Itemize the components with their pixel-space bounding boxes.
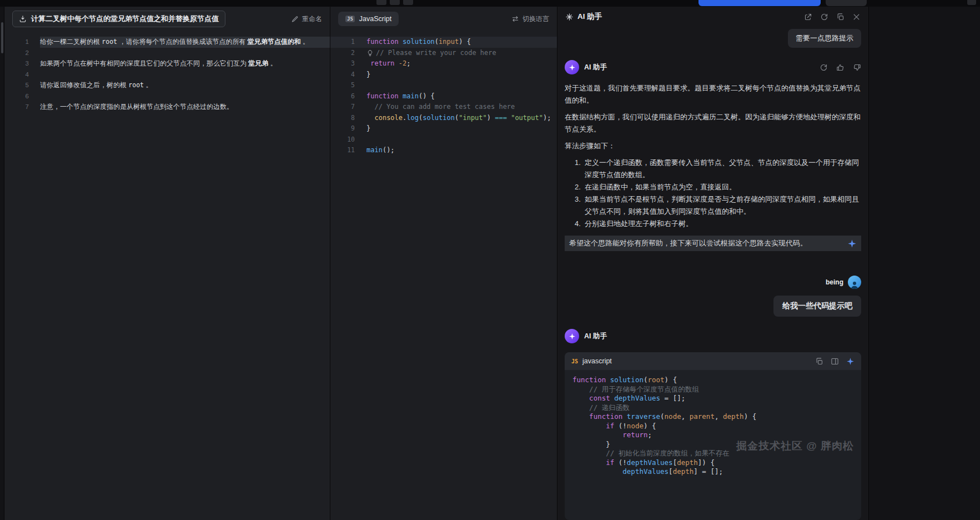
feedback-copy-icon[interactable] — [836, 13, 845, 21]
code-token: function — [572, 376, 610, 384]
tab-javascript[interactable]: JS JavaScript — [338, 12, 399, 26]
code-token: if — [606, 458, 614, 467]
editor-line[interactable]: 3 return -2; — [330, 58, 557, 69]
topbar-button-3[interactable] — [403, 0, 413, 5]
step-item: 1.定义一个递归函数，函数需要传入当前节点、父节点、节点的深度以及一个用于存储同… — [575, 157, 861, 181]
import-icon — [19, 15, 27, 23]
rename-button[interactable]: 重命名 — [291, 14, 322, 24]
editor-line[interactable]: 10 — [330, 134, 557, 146]
code-token: main — [403, 91, 419, 102]
code-token — [572, 385, 589, 393]
code-editor[interactable]: 1function solution(input) {2// Please wr… — [330, 31, 557, 162]
editor-line[interactable]: 7 // You can add more test cases here — [330, 102, 557, 113]
ai-message-header: AI 助手 — [565, 60, 861, 74]
code-block-line: } — [572, 440, 853, 449]
code-token: (! — [614, 458, 627, 467]
problem-line-text — [40, 48, 330, 59]
problem-line: 6 — [4, 91, 330, 102]
magic-apply-icon[interactable] — [846, 357, 855, 366]
close-icon[interactable] — [852, 13, 861, 21]
problem-line: 4 — [4, 69, 330, 81]
code-token: function — [589, 412, 627, 421]
right-empty-area — [868, 7, 980, 520]
topbar-button-2[interactable] — [390, 0, 400, 5]
editor-line[interactable]: 8 console.log(solution("input") === "out… — [330, 113, 557, 124]
code-token: // 递归函数 — [589, 403, 630, 412]
history-icon[interactable] — [820, 13, 828, 21]
tab-label: JavaScript — [359, 15, 391, 23]
lightbulb-icon[interactable] — [366, 49, 374, 57]
topbar-button-1[interactable] — [376, 0, 386, 5]
editor-line[interactable]: 9} — [330, 123, 557, 134]
user-avatar[interactable] — [848, 276, 861, 289]
thumbs-up-icon[interactable] — [836, 63, 845, 72]
step-number: 2. — [575, 181, 585, 193]
line-number: 2 — [330, 48, 355, 59]
editor-line-code: return -2; — [366, 58, 557, 69]
text-segment: 注意，一个节点的深度指的是从树根节点到这个节点经过的边数。 — [40, 103, 233, 111]
code-token: (); — [383, 145, 395, 156]
code-token: = []; — [660, 394, 685, 402]
step-number: 4. — [575, 218, 585, 230]
editor-line-code — [366, 134, 557, 146]
js-icon: JS — [571, 358, 578, 364]
text-segment: 给你一棵二叉树的根 — [40, 38, 102, 46]
code-token: traverse — [627, 412, 660, 421]
thumbs-down-icon[interactable] — [853, 63, 861, 72]
code-token: return — [370, 58, 394, 69]
code-token: ) { — [744, 412, 757, 421]
run-button[interactable] — [698, 0, 821, 6]
code-token: "input" — [459, 113, 487, 124]
code-token: const — [589, 394, 614, 402]
topbar-corner-button[interactable] — [967, 0, 976, 5]
code-token: -2 — [399, 58, 406, 69]
code-token: ( — [435, 37, 439, 48]
code-token: input — [439, 37, 459, 48]
code-token: . — [403, 113, 406, 124]
problem-line: 2 — [4, 48, 330, 59]
code-token: } — [366, 123, 370, 134]
step-number: 1. — [575, 157, 585, 181]
editor-line[interactable]: 6function main() { — [330, 91, 557, 102]
scrollbar-thumb[interactable] — [1, 22, 3, 53]
editor-line[interactable]: 5 — [330, 80, 557, 91]
editor-line[interactable]: 11main(); — [330, 145, 557, 156]
code-token: [ — [669, 467, 673, 476]
code-token — [366, 113, 374, 124]
ai-message-header: AI 助手 — [565, 329, 861, 343]
js-icon: JS — [345, 16, 355, 22]
code-token: depthValues — [614, 394, 660, 402]
code-token: ) { — [665, 376, 677, 384]
topbar-pill-button[interactable] — [826, 0, 867, 6]
closing-text: 希望这个思路能对你有所帮助，接下来可以尝试根据这个思路去实现代码。 — [569, 238, 807, 248]
problem-line: 3如果两个节点在树中有相同的深度且它们的父节点不同，那么它们互为 堂兄弟 。 — [4, 58, 330, 69]
text-segment: ，请你将每个节点的值替换成该节点的所有 — [117, 38, 248, 46]
code-token: solution — [403, 37, 435, 48]
line-number: 9 — [330, 123, 355, 134]
code-block-line: // 递归函数 — [572, 403, 853, 413]
step-item: 3.如果当前节点不是根节点，判断其深度是否与之前存储的同深度节点相同，如果相同且… — [575, 193, 861, 218]
insert-code-icon[interactable] — [831, 357, 839, 366]
code-token — [366, 58, 370, 69]
step-item: 2.在递归函数中，如果当前节点为空，直接返回。 — [575, 181, 861, 193]
editor-line[interactable]: 2// Please write your code here — [330, 48, 557, 59]
code-token — [572, 403, 589, 412]
closing-hint-row[interactable]: 希望这个思路能对你有所帮助，接下来可以尝试根据这个思路去实现代码。 — [565, 236, 861, 251]
copy-code-icon[interactable] — [815, 357, 823, 366]
code-token: ) { — [459, 37, 471, 48]
editor-line[interactable]: 4} — [330, 69, 557, 81]
line-number: 7 — [4, 102, 29, 113]
regenerate-icon[interactable] — [820, 63, 828, 72]
step-number: 3. — [575, 193, 585, 218]
editor-line-code: // Please write your code here — [366, 48, 557, 59]
line-number: 4 — [330, 69, 355, 81]
left-scrollbar[interactable] — [0, 7, 4, 520]
export-icon[interactable] — [804, 13, 812, 21]
code-block-body[interactable]: function solution(root) { // 用于存储每个深度节点值… — [565, 370, 861, 520]
problem-title-box[interactable]: 计算二叉树中每个节点的堂兄弟节点值之和并替换原节点值 — [12, 11, 225, 27]
editor-line[interactable]: 1function solution(input) { — [330, 37, 557, 48]
code-block-line: return; — [572, 431, 853, 440]
magic-insert-icon[interactable] — [847, 239, 857, 248]
switch-language-button[interactable]: 切换语言 — [511, 14, 549, 24]
problem-lines[interactable]: 1给你一棵二叉树的根 root ，请你将每个节点的值替换成该节点的所有 堂兄弟节… — [4, 31, 330, 118]
